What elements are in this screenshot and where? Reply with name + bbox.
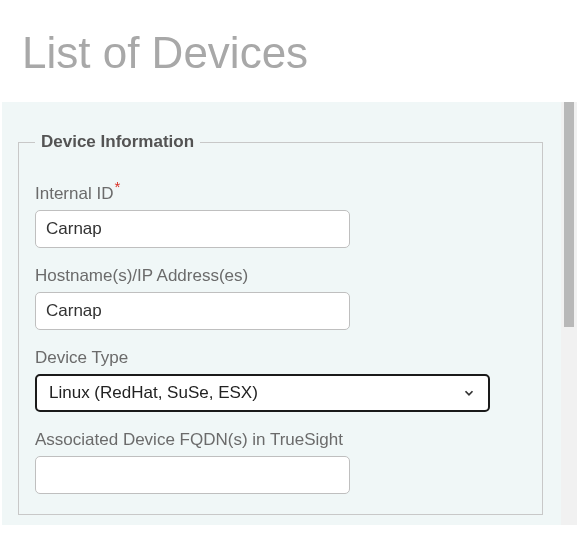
- required-mark: *: [114, 178, 120, 195]
- field-hostnames: Hostname(s)/IP Address(es): [35, 266, 526, 330]
- hostnames-input[interactable]: [35, 292, 350, 330]
- field-device-type: Device Type Linux (RedHat, SuSe, ESX): [35, 348, 526, 412]
- content-wrapper: Device Information Internal ID* Hostname…: [0, 102, 577, 525]
- page-title: List of Devices: [0, 0, 577, 102]
- hostnames-label: Hostname(s)/IP Address(es): [35, 266, 526, 286]
- device-type-selected-text: Linux (RedHat, SuSe, ESX): [49, 383, 258, 403]
- scrollbar-thumb[interactable]: [564, 102, 574, 327]
- field-internal-id: Internal ID*: [35, 178, 526, 248]
- internal-id-label: Internal ID*: [35, 178, 526, 204]
- scrollbar-track[interactable]: [561, 102, 577, 525]
- device-information-fieldset: Device Information Internal ID* Hostname…: [18, 132, 543, 515]
- fqdn-label: Associated Device FQDN(s) in TrueSight: [35, 430, 526, 450]
- fieldset-legend: Device Information: [35, 132, 200, 152]
- device-type-label: Device Type: [35, 348, 526, 368]
- internal-id-input[interactable]: [35, 210, 350, 248]
- fqdn-input[interactable]: [35, 456, 350, 494]
- field-fqdn: Associated Device FQDN(s) in TrueSight: [35, 430, 526, 494]
- chevron-down-icon: [462, 386, 476, 400]
- device-type-select[interactable]: Linux (RedHat, SuSe, ESX): [35, 374, 490, 412]
- internal-id-label-text: Internal ID: [35, 184, 113, 203]
- content-area: Device Information Internal ID* Hostname…: [0, 102, 561, 525]
- left-divider: [0, 102, 2, 525]
